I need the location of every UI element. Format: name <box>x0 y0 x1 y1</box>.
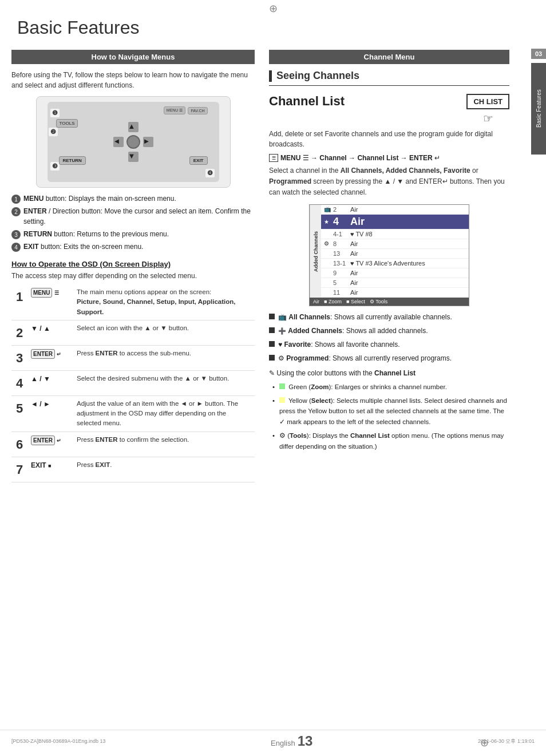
ch-row-1: 📺 2 Air <box>321 205 469 215</box>
ch-row-4: ⚙ 8 Air <box>321 239 469 249</box>
notes-intro: Using the color buttons with the Channel… <box>276 369 416 377</box>
osd-table: 1 MENU ☰ The main menu options appear on… <box>11 284 255 482</box>
step-num-5: 5 <box>11 395 27 432</box>
ch-name-4: Air <box>350 240 466 247</box>
bullet-text-4: ⚙ Programmed: Shows all currently reserv… <box>278 353 452 363</box>
ch-name-3: ♥ TV #8 <box>350 231 466 238</box>
ch-num-4: 8 <box>333 240 350 247</box>
side-tab-number: 03 <box>531 49 546 59</box>
ch-num-5: 13 <box>333 250 350 257</box>
numbered-item-4: 4 EXIT button: Exits the on-screen menu. <box>11 242 255 252</box>
osd-row-6: 6 ENTER ↵ Press ENTER to confirm the sel… <box>11 432 255 457</box>
footer-air: Air <box>313 299 319 304</box>
footer-select: ■ Select <box>346 299 365 304</box>
bullet-text-1: 📺 All Channels: Shows all currently avai… <box>278 312 452 322</box>
osd-intro: The access step may differ depending on … <box>11 272 255 280</box>
remote-return-btn: RETURN <box>59 156 86 165</box>
ch-sidebar-label: Added Channels <box>310 205 321 298</box>
footer-zoom: ■ Zoom <box>324 299 342 304</box>
main-columns: How to Navigate Menus Before using the T… <box>0 50 546 482</box>
step-num-2: 2 <box>11 320 27 345</box>
step-key-2: ▼ / ▲ <box>27 320 73 345</box>
left-column: How to Navigate Menus Before using the T… <box>11 50 263 482</box>
dpad-down: ▼ <box>128 152 139 162</box>
ch-row-2: ★ 4 Air <box>321 215 469 229</box>
step-desc-6: Press ENTER to confirm the selection. <box>73 432 255 457</box>
step-key-1: MENU ☰ <box>27 284 73 320</box>
footer-right-text: 2011-06-30 오후 1:19:01 <box>478 738 535 745</box>
step-desc-7: Press EXIT. <box>73 457 255 482</box>
ch-num-1: 2 <box>333 206 350 213</box>
footer-left-text: [PD530-ZA]BN68-03689A-01Eng.indb 13 <box>11 738 106 744</box>
page-title: Basic Features <box>17 17 529 38</box>
ch-name-7: Air <box>350 270 466 276</box>
ch-row-9: 11 Air <box>321 288 469 298</box>
ch-icon-4: ⚙ <box>324 240 332 247</box>
ch-num-3: 4-1 <box>333 231 350 238</box>
osd-row-5: 5 ◄ / ► Adjust the value of an item with… <box>11 395 255 432</box>
step-key-5: ◄ / ► <box>27 395 73 432</box>
menu-path: ☰ MENU ☰ → Channel → Channel List → ENTE… <box>269 154 509 162</box>
ch-num-2: 4 <box>333 216 350 228</box>
channel-select-text: Select a channel in the All Channels, Ad… <box>269 165 509 199</box>
ch-name-8: Air <box>350 279 466 286</box>
step-num-1: 1 <box>11 284 27 320</box>
note-list: Green (Zoom): Enlarges or shrinks a chan… <box>272 382 509 452</box>
notes-section: ✎ Using the color buttons with the Chann… <box>269 369 509 452</box>
remote-dpad: ▲ ▼ ◄ ► <box>113 122 153 162</box>
ch-list-intro: Add, delete or set Favorite channels and… <box>269 129 509 149</box>
numbered-item-2: 2 ENTER / Direction button: Move the cur… <box>11 206 255 227</box>
ch-row-8: 5 Air <box>321 278 469 288</box>
osd-row-4: 4 ▲ / ▼ Select the desired submenu with … <box>11 370 255 395</box>
ch-icon-2: ★ <box>324 219 332 225</box>
step-key-7: EXIT ■ <box>27 457 73 482</box>
bullet-sq-4 <box>269 355 275 361</box>
ch-num-9: 11 <box>333 289 350 296</box>
ch-row-3: 4-1 ♥ TV #8 <box>321 229 469 239</box>
step-num-6: 6 <box>11 432 27 457</box>
ch-row-7: 9 Air <box>321 268 469 278</box>
channel-list-title: Channel List <box>269 94 345 109</box>
ch-num-6: 13-1 <box>333 260 350 267</box>
bullet-item-2: ➕ Added Channels: Shows all added channe… <box>269 326 509 336</box>
ch-row-5: 13 Air <box>321 249 469 259</box>
step-desc-2: Select an icon with the ▲ or ▼ button. <box>73 320 255 345</box>
seeing-channels-bar: Seeing Channels <box>269 70 509 86</box>
ch-list-items: 📺 2 Air ★ 4 Air 4-1 ♥ TV #8 <box>321 205 469 298</box>
label-3: ❸ <box>50 162 60 171</box>
page-number-area: English 13 <box>271 733 312 749</box>
bullet-sq-1 <box>269 314 275 319</box>
osd-row-7: 7 EXIT ■ Press EXIT. <box>11 457 255 482</box>
num-circle-3: 3 <box>11 230 21 239</box>
english-label: English <box>271 739 295 747</box>
ch-name-6: ♥ TV #3 Alice's Adventures <box>350 260 466 267</box>
channel-screen: Added Channels 📺 2 Air ★ 4 Air <box>309 204 469 306</box>
right-column: Channel Menu Seeing Channels Channel Lis… <box>263 50 527 482</box>
page-number: 13 <box>298 733 313 749</box>
label-2: ❷ <box>49 128 58 136</box>
side-tab-label: Basic Features <box>531 63 546 155</box>
ch-name-2: Air <box>350 216 466 228</box>
step-desc-1: The main menu options appear on the scre… <box>73 284 255 320</box>
notes-pencil-icon: ✎ <box>269 369 275 377</box>
compass-top: ⊕ <box>269 2 278 15</box>
dpad-right: ► <box>143 137 153 147</box>
remote-fav-btn: FAV.CH <box>188 107 207 114</box>
page-container: ⊕ 03 Basic Features Basic Features How t… <box>0 0 546 756</box>
bullet-text-2: ➕ Added Channels: Shows all added channe… <box>278 326 428 336</box>
numbered-item-1: 1 MENU button: Displays the main on-scre… <box>11 193 255 204</box>
remote-tools-btn: MENU ☰ <box>164 106 186 114</box>
osd-title: How to Operate the OSD (On Screen Displa… <box>11 260 255 268</box>
step-num-4: 4 <box>11 370 27 395</box>
seeing-bar-accent <box>269 70 272 82</box>
note-item-1: Green (Zoom): Enlarges or shrinks a chan… <box>272 382 509 392</box>
navigate-intro-text: Before using the TV, follow the steps be… <box>11 70 255 90</box>
step-desc-5: Adjust the value of an item with the ◄ o… <box>73 395 255 432</box>
ch-row-6: 13-1 ♥ TV #3 Alice's Adventures <box>321 259 469 268</box>
dpad-up: ▲ <box>128 122 139 132</box>
osd-row-3: 3 ENTER ↵ Press ENTER to access the sub-… <box>11 345 255 370</box>
channel-screen-body: Added Channels 📺 2 Air ★ 4 Air <box>310 205 469 298</box>
footer-tools: ⚙ Tools <box>370 299 387 304</box>
bullet-sq-2 <box>269 327 275 333</box>
bullet-item-3: ♥ Favorite: Shows all favorite channels. <box>269 339 509 350</box>
